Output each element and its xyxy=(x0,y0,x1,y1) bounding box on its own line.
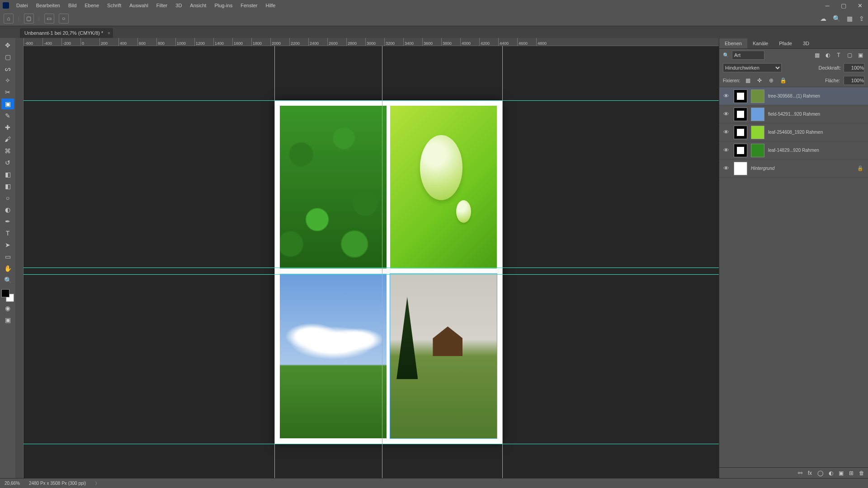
layer-thumbnail[interactable] xyxy=(751,126,764,139)
guide-horizontal[interactable] xyxy=(24,267,719,268)
share-icon[interactable]: ⇪ xyxy=(859,15,864,22)
frame-mask-thumbnail[interactable] xyxy=(734,89,747,103)
ruler-origin[interactable] xyxy=(15,38,24,46)
menu-bild[interactable]: Bild xyxy=(65,1,80,10)
filter-type-icon[interactable]: T xyxy=(835,52,843,58)
frame-mask-thumbnail[interactable] xyxy=(734,126,747,139)
layer-name[interactable]: leaf-254608_1920 Rahmen xyxy=(768,130,865,135)
screenmode-icon[interactable]: ▣ xyxy=(1,314,14,325)
hand-tool[interactable]: ✋ xyxy=(1,263,14,274)
doc-info[interactable]: 2480 Px x 3508 Px (300 ppi) xyxy=(29,481,86,486)
filter-image-icon[interactable]: ▦ xyxy=(813,52,821,58)
menu-ansicht[interactable]: Ansicht xyxy=(186,1,210,10)
lock-icon[interactable]: 🔒 xyxy=(857,165,863,171)
zoom-readout[interactable]: 20,66% xyxy=(5,481,20,486)
new-layer-icon[interactable]: ⊞ xyxy=(849,470,854,476)
vertical-ruler[interactable] xyxy=(15,46,24,478)
doc-info-chevron-icon[interactable]: 〉 xyxy=(95,480,99,487)
guide-vertical[interactable] xyxy=(274,46,275,478)
frame-tool-options-icon[interactable]: ▢ xyxy=(24,14,34,23)
eyedropper-tool[interactable]: ✎ xyxy=(1,110,14,121)
menu-auswahl[interactable]: Auswahl xyxy=(126,1,152,10)
gradient-tool[interactable]: ◧ xyxy=(1,181,14,192)
menu-schrift[interactable]: Schrift xyxy=(104,1,125,10)
path-select-tool[interactable]: ➤ xyxy=(1,239,14,250)
image-frame[interactable] xyxy=(280,106,387,268)
image-frame[interactable] xyxy=(280,274,387,438)
delete-layer-icon[interactable]: 🗑 xyxy=(859,470,864,476)
group-icon[interactable]: ▣ xyxy=(839,470,844,476)
lock-pixels-icon[interactable]: ▦ xyxy=(744,77,752,84)
move-tool[interactable]: ✥ xyxy=(1,40,14,51)
adjustment-icon[interactable]: ◐ xyxy=(829,470,833,476)
menu-ebene[interactable]: Ebene xyxy=(81,1,103,10)
guide-vertical[interactable] xyxy=(502,46,503,478)
quickmask-icon[interactable]: ◉ xyxy=(1,303,14,314)
lasso-tool[interactable]: ᔕ xyxy=(1,63,14,74)
foreground-color-swatch[interactable] xyxy=(1,289,9,297)
mask-icon[interactable]: ◯ xyxy=(817,470,823,476)
layer-thumbnail[interactable] xyxy=(751,89,764,103)
menu-bearbeiten[interactable]: Bearbeiten xyxy=(33,1,64,10)
layer-name[interactable]: Hintergrund xyxy=(751,166,854,171)
visibility-toggle-icon[interactable]: 👁 xyxy=(722,165,730,172)
layer-row[interactable]: 👁leaf-254608_1920 Rahmen xyxy=(719,123,868,141)
type-tool[interactable]: T xyxy=(1,228,14,239)
image-frame[interactable] xyxy=(390,106,497,268)
shape-tool[interactable]: ▭ xyxy=(1,251,14,262)
guide-vertical[interactable] xyxy=(382,46,382,478)
guide-horizontal[interactable] xyxy=(24,274,719,275)
blend-mode-select[interactable]: Hindurchwirken xyxy=(723,63,782,72)
cloud-sync-icon[interactable]: ☁ xyxy=(820,15,826,22)
layer-name[interactable]: leaf-14829...920 Rahmen xyxy=(768,148,865,153)
menu-plugins[interactable]: Plug-ins xyxy=(211,1,236,10)
image-frame[interactable] xyxy=(390,274,497,438)
fill-input[interactable] xyxy=(844,76,864,85)
lock-artboard-icon[interactable]: ⊕ xyxy=(767,77,775,84)
marquee-tool[interactable]: ▢ xyxy=(1,52,14,62)
color-swatches[interactable] xyxy=(1,289,14,302)
history-brush-tool[interactable]: ↺ xyxy=(1,157,14,168)
visibility-toggle-icon[interactable]: 👁 xyxy=(722,93,730,99)
menu-3d[interactable]: 3D xyxy=(172,1,185,10)
lock-position-icon[interactable]: ✜ xyxy=(755,77,764,84)
fx-icon[interactable]: fx xyxy=(808,470,812,476)
artboard[interactable] xyxy=(274,100,502,444)
home-icon[interactable]: ⌂ xyxy=(4,14,14,23)
link-layers-icon[interactable]: ⚯ xyxy=(798,470,802,476)
wand-tool[interactable]: ✧ xyxy=(1,75,14,86)
heal-tool[interactable]: ✚ xyxy=(1,122,14,133)
workspace-icon[interactable]: ▦ xyxy=(847,15,853,22)
close-tab-icon[interactable]: × xyxy=(108,30,110,36)
opacity-input[interactable] xyxy=(844,63,864,72)
canvas-area[interactable]: -600-400-2000200400600800100012001400160… xyxy=(15,38,719,478)
layer-thumbnail[interactable] xyxy=(751,144,764,157)
layer-row[interactable]: 👁Hintergrund🔒 xyxy=(719,160,868,178)
tab-pfade[interactable]: Pfade xyxy=(774,38,797,48)
frame-tool[interactable]: ▣ xyxy=(1,99,14,109)
frame-horizontal-icon[interactable]: ▭ xyxy=(44,14,54,23)
blur-tool[interactable]: ○ xyxy=(1,192,14,203)
menu-datei[interactable]: Datei xyxy=(13,1,32,10)
guide-horizontal[interactable] xyxy=(24,100,719,101)
eraser-tool[interactable]: ◧ xyxy=(1,169,14,180)
visibility-toggle-icon[interactable]: 👁 xyxy=(722,147,730,154)
minimize-button[interactable]: ─ xyxy=(819,0,835,11)
menu-filter[interactable]: Filter xyxy=(153,1,171,10)
search-icon[interactable]: 🔍 xyxy=(833,15,840,22)
lock-all-icon[interactable]: 🔒 xyxy=(779,77,787,84)
layer-name[interactable]: field-54291...920 Rahmen xyxy=(768,112,865,117)
canvas-stage[interactable] xyxy=(24,46,719,478)
crop-tool[interactable]: ✂ xyxy=(1,87,14,98)
menu-hilfe[interactable]: Hilfe xyxy=(262,1,279,10)
stamp-tool[interactable]: ⌘ xyxy=(1,145,14,156)
zoom-tool[interactable]: 🔍 xyxy=(1,275,14,286)
brush-tool[interactable]: 🖌 xyxy=(1,134,14,145)
tab-3d[interactable]: 3D xyxy=(797,38,815,48)
layer-name[interactable]: tree-309568...(1) Rahmen xyxy=(768,94,865,99)
tab-kanaele[interactable]: Kanäle xyxy=(747,38,774,48)
visibility-toggle-icon[interactable]: 👁 xyxy=(722,111,730,117)
visibility-toggle-icon[interactable]: 👁 xyxy=(722,129,730,136)
menu-fenster[interactable]: Fenster xyxy=(237,1,261,10)
document-tab[interactable]: Unbenannt-1 bei 20,7% (CMYK/8) * × xyxy=(20,28,113,38)
